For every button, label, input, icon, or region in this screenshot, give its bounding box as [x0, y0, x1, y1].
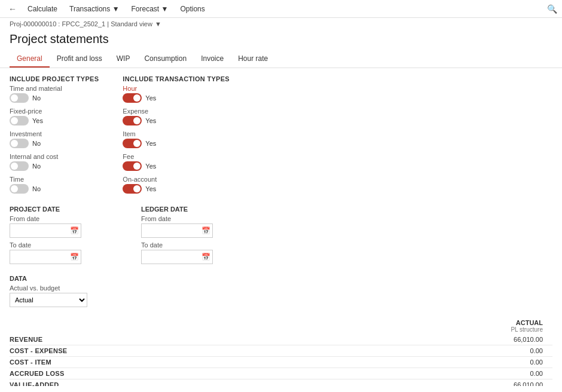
ledger-to-input[interactable] — [141, 250, 213, 264]
toggle-hour-switch[interactable] — [123, 93, 142, 103]
tab-consumption[interactable]: Consumption — [137, 51, 194, 68]
value-added-row: VALUE-ADDED 66,010.00 — [10, 379, 552, 386]
project-from-label: From date — [10, 215, 105, 222]
toggle-investment-switch[interactable] — [10, 139, 29, 148]
menu-calculate[interactable]: Calculate — [23, 2, 62, 16]
page-title: Project statements — [0, 30, 562, 51]
toggle-time-material: Time and material No — [10, 85, 99, 103]
actual-vs-budget-label: Actual vs. budget — [10, 284, 552, 292]
toggle-time: Time No — [10, 176, 99, 194]
data-section-header: DATA — [10, 275, 552, 282]
tab-invoice[interactable]: Invoice — [194, 51, 231, 68]
transactions-caret-icon: ▼ — [112, 5, 120, 13]
ledger-date-from: From date 📅 — [141, 215, 237, 238]
ledger-date-to: To date 📅 — [141, 241, 237, 264]
search-button[interactable]: 🔍 — [547, 4, 557, 14]
toggle-item: Item Yes — [123, 130, 230, 148]
toggle-investment: Investment No — [10, 130, 99, 148]
project-types-header: INCLUDE PROJECT TYPES — [10, 75, 99, 82]
ledger-date-group: LEDGER DATE From date 📅 To date 📅 — [141, 206, 237, 268]
pl-structure-label: PL structure — [471, 326, 543, 333]
ledger-date-header: LEDGER DATE — [141, 206, 237, 213]
ledger-from-input[interactable] — [141, 223, 213, 238]
accrued-loss-row: ACCRUED LOSS 0.00 — [10, 368, 552, 379]
cost-expense-row: COST - EXPENSE 0.00 — [10, 345, 552, 357]
menu-forecast[interactable]: Forecast ▼ — [127, 2, 173, 16]
toggle-time-material-switch[interactable] — [10, 93, 29, 103]
accrued-loss-label: ACCRUED LOSS — [10, 370, 65, 377]
include-project-types: INCLUDE PROJECT TYPES Time and material … — [10, 75, 99, 198]
revenue-row: REVENUE 66,010.00 — [10, 334, 552, 345]
project-date-group: PROJECT DATE From date 📅 To date 📅 — [10, 206, 105, 268]
accrued-loss-value: 0.00 — [471, 370, 543, 377]
menu-options[interactable]: Options — [175, 2, 209, 16]
menu-transactions[interactable]: Transactions ▼ — [65, 2, 124, 16]
value-added-value: 66,010.00 — [471, 381, 543, 386]
toggle-time-switch[interactable] — [10, 184, 29, 194]
financial-table: ACTUAL PL structure REVENUE 66,010.00 CO… — [10, 319, 552, 386]
tab-profit-and-loss[interactable]: Profit and loss — [50, 51, 109, 68]
project-to-label: To date — [10, 241, 105, 249]
ledger-from-label: From date — [141, 215, 237, 222]
cost-item-value: 0.00 — [471, 359, 543, 366]
cost-item-row: COST - ITEM 0.00 — [10, 357, 552, 368]
tab-general[interactable]: General — [10, 51, 50, 68]
actual-column-header: ACTUAL — [471, 319, 543, 326]
include-sections-row: INCLUDE PROJECT TYPES Time and material … — [10, 75, 552, 198]
tab-hour-rate[interactable]: Hour rate — [231, 51, 275, 68]
ledger-from-input-wrapper: 📅 — [141, 223, 213, 238]
fin-header-row: ACTUAL PL structure — [10, 319, 552, 333]
date-section: PROJECT DATE From date 📅 To date 📅 LEDGE… — [10, 206, 552, 268]
ledger-to-label: To date — [141, 241, 237, 249]
cost-expense-value: 0.00 — [471, 347, 543, 354]
project-date-from: From date 📅 — [10, 215, 105, 238]
toggle-fixed-price: Fixed-price Yes — [10, 108, 99, 125]
project-date-header: PROJECT DATE — [10, 206, 105, 213]
project-date-to: To date 📅 — [10, 241, 105, 264]
include-transaction-types: INCLUDE TRANSACTION TYPES Hour Yes Expen… — [123, 75, 230, 198]
toggle-internal-cost-switch[interactable] — [10, 161, 29, 171]
main-content: INCLUDE PROJECT TYPES Time and material … — [0, 68, 562, 386]
revenue-label: REVENUE — [10, 336, 42, 343]
toggle-expense-switch[interactable] — [123, 116, 142, 125]
ledger-to-input-wrapper: 📅 — [141, 250, 213, 264]
toggle-hour: Hour Yes — [123, 85, 230, 103]
transaction-types-header: INCLUDE TRANSACTION TYPES — [123, 75, 230, 82]
breadcrumb-text: Proj-000000010 : FPCC_2502_1 | Standard … — [10, 20, 152, 27]
menu-bar: ← Calculate Transactions ▼ Forecast ▼ Op… — [0, 0, 562, 18]
breadcrumb: Proj-000000010 : FPCC_2502_1 | Standard … — [0, 18, 562, 30]
tab-wip[interactable]: WIP — [109, 51, 138, 68]
project-to-input-wrapper: 📅 — [10, 250, 81, 264]
toggle-on-account: On-account Yes — [123, 176, 230, 194]
data-section: DATA Actual vs. budget Actual Budget For… — [10, 275, 552, 307]
toggle-fee-switch[interactable] — [123, 161, 142, 171]
toggle-fee: Fee Yes — [123, 153, 230, 171]
view-caret-icon[interactable]: ▼ — [155, 20, 161, 27]
project-to-input[interactable] — [10, 250, 81, 264]
toggle-fixed-price-switch[interactable] — [10, 116, 29, 125]
toggle-internal-cost: Internal and cost No — [10, 153, 99, 171]
revenue-value: 66,010.00 — [471, 336, 543, 343]
tabs-bar: General Profit and loss WIP Consumption … — [0, 51, 562, 68]
actual-vs-budget-dropdown[interactable]: Actual Budget Forecast — [10, 293, 87, 307]
value-added-label: VALUE-ADDED — [10, 381, 59, 386]
cost-item-label: COST - ITEM — [10, 359, 51, 366]
cost-expense-label: COST - EXPENSE — [10, 347, 68, 354]
toggle-on-account-switch[interactable] — [123, 184, 142, 194]
toggle-expense: Expense Yes — [123, 108, 230, 125]
forecast-caret-icon: ▼ — [161, 5, 169, 13]
toggle-item-switch[interactable] — [123, 139, 142, 148]
project-from-input-wrapper: 📅 — [10, 223, 81, 238]
back-button[interactable]: ← — [5, 3, 20, 15]
project-from-input[interactable] — [10, 223, 81, 238]
